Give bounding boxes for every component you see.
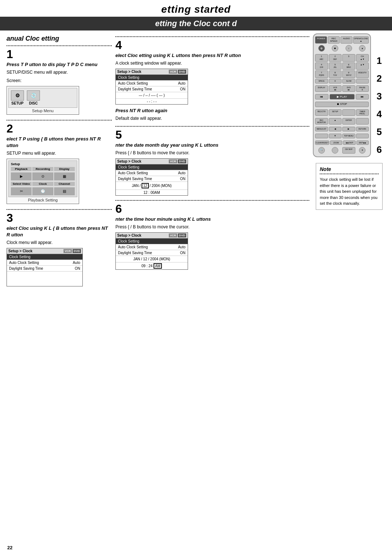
step-num-4: 4: [377, 109, 382, 120]
step-4b-instruction: Press NT R utton again: [115, 107, 309, 114]
timer-prog-btn[interactable]: TIMER PROG.: [356, 109, 369, 116]
blank3: [356, 118, 369, 125]
clock-row-1: Clock Setting: [7, 254, 82, 260]
skip-back-btn[interactable]: ◀◀ SKIP: [343, 140, 355, 145]
btn-ch2[interactable]: ▲▼: [356, 62, 369, 70]
clock-time-5: 12 : 00AM: [116, 190, 188, 195]
btn-5[interactable]: 5JKL: [329, 62, 342, 70]
stop-btn[interactable]: ⏹ STOP: [315, 102, 369, 107]
setup-icon: ⚙ SETUP: [11, 90, 24, 105]
left-column: anual Cloc etting 1 Press T P utton to d…: [7, 33, 112, 292]
btn-slow[interactable]: SLOW: [342, 79, 355, 83]
step-6-text: Press { / B buttons to move the cursor.: [115, 224, 309, 230]
step-num-3: 3: [377, 91, 382, 102]
step-5-instruction: nter the date month day year using K L u…: [115, 142, 309, 148]
step-1-text2: Screen:: [7, 78, 112, 84]
playback-screen: Setup Playback Recording Display ▶ ⊙ ▦ S…: [7, 159, 79, 204]
nav-left-btn[interactable]: ◀: [329, 127, 342, 131]
clock-date-5: JAN / 12 / 2004 (MON): [116, 182, 188, 190]
page-title: etting started: [161, 4, 230, 15]
btn-4[interactable]: 4GHI: [315, 62, 328, 70]
btn-video[interactable]: VIDEO/TV: [356, 70, 369, 78]
step-1-text1: SETUP/DISC menu will appear.: [7, 69, 112, 76]
setup-btn[interactable]: SETUP: [329, 109, 342, 116]
btn-blank: [356, 79, 369, 83]
nav-up-btn[interactable]: ▲: [329, 118, 342, 125]
step-2-text: SETUP menu will appear.: [7, 150, 112, 156]
btn-space[interactable]: SPACE: [315, 79, 328, 83]
step-num-6: 6: [377, 144, 382, 155]
audio-circle-btn[interactable]: ♪: [346, 45, 352, 52]
btn-2[interactable]: 2DEF: [329, 54, 342, 61]
setup-screen-caption: Setup Menu: [8, 109, 77, 113]
setup-disc-screen: ⚙ SETUP 💿 DISC Setup Menu: [7, 86, 79, 115]
step-4-text: A clock setting window will appear.: [115, 60, 309, 66]
btn-1[interactable]: 1ABC: [315, 54, 328, 61]
step-num-2: 2: [377, 73, 382, 84]
rewind-btn[interactable]: ⏮: [315, 94, 328, 100]
power-circle-btn[interactable]: ⏻: [318, 45, 325, 52]
cm-skip-btn[interactable]: CM SKIP: [342, 147, 355, 154]
pause-btn[interactable]: PAUSE⏸: [356, 85, 369, 92]
zoom-btn[interactable]: ZOOM: [330, 140, 342, 145]
vcr-btn[interactable]: VCR⏭: [329, 85, 342, 92]
top-menu-btn[interactable]: TOP MENU: [342, 134, 355, 138]
page-number: 22: [7, 545, 12, 550]
clock-date-dashes: --- / -- / ---- ( --- ): [116, 92, 188, 99]
ffwd-btn[interactable]: ⏭: [356, 94, 369, 100]
btn-ch[interactable]: CH▲▼: [356, 54, 369, 61]
display-btn[interactable]: DISPLAY: [315, 85, 328, 92]
remote-control: POWER REC SPEED AUDIO OPEN/CLOSE ▲ ⏻ ⏺ ♪…: [313, 33, 371, 157]
note-text: Your clock setting will be lost if eithe…: [320, 176, 379, 207]
step-2-instruction: elect T P using { B uttons then press NT…: [7, 136, 112, 149]
step-2-block: 2 elect T P using { B uttons then press …: [7, 123, 112, 204]
page-header: etting started: [0, 0, 392, 17]
end-btn[interactable]: ●: [359, 147, 366, 154]
rec-speed-btn[interactable]: REC SPEED: [328, 36, 340, 44]
blank4: [315, 134, 328, 138]
clear-reset-btn[interactable]: CLEAR/RESET: [315, 140, 329, 145]
open-close-btn[interactable]: OPEN/CLOSE ▲: [353, 36, 369, 44]
rec-ctr-btn[interactable]: REC/CTR: [315, 109, 328, 116]
play-btn[interactable]: ▶ PLAY: [330, 94, 355, 100]
step-3-text: Clock menu will appear.: [7, 240, 112, 246]
note-box: Note Your clock setting will be lost if …: [316, 163, 383, 210]
step-num-5: 5: [377, 126, 382, 138]
menu-list-btn[interactable]: MENU/LIST: [315, 127, 328, 131]
step-5-text: Press { / B buttons to move the cursor.: [115, 150, 309, 156]
clock-row-2: Auto Clock Setting Auto: [7, 260, 82, 266]
step-4-number: 4: [115, 39, 309, 51]
btn-3[interactable]: 3: [342, 54, 355, 61]
step-6-number: 6: [115, 203, 309, 215]
step-3-number: 3: [7, 212, 112, 224]
clock-time-6: 09 : 24 AM: [116, 262, 188, 269]
rec-monitor-btn[interactable]: REC MONITOR: [315, 118, 328, 125]
power-btn[interactable]: POWER: [315, 36, 327, 44]
audio-btn[interactable]: AUDIO: [340, 36, 352, 44]
nav-right-btn[interactable]: ▶: [342, 127, 355, 131]
nav-down-btn[interactable]: ▼: [329, 134, 342, 138]
btn-6[interactable]: 6MNO: [342, 62, 355, 70]
step-4-block: 4 elect Cloc etting using K L uttons the…: [115, 39, 309, 122]
step-5-number: 5: [115, 129, 309, 140]
rec-btn[interactable]: ⏺: [332, 45, 338, 52]
enter-btn[interactable]: ENTER: [342, 118, 355, 125]
blank2: [342, 109, 355, 116]
clock-screen-5: Setup > Clock VCR DVD Clock Setting Auto…: [115, 158, 188, 196]
dvd-btn[interactable]: DVD⏭: [342, 85, 355, 92]
clock-screen-6: Setup > Clock VCR DVD Clock Setting Auto…: [115, 232, 188, 270]
step-4-instruction: elect Cloc etting using K L uttons then …: [115, 52, 309, 59]
btn-7[interactable]: 7PQRS: [315, 70, 328, 78]
btn-9[interactable]: 9WXYZ: [342, 70, 355, 78]
btn-8[interactable]: 8TUV: [329, 70, 342, 78]
return-btn[interactable]: RETURN: [356, 127, 369, 131]
eject-btn[interactable]: ▲: [359, 45, 366, 52]
step-1-number: 1: [7, 48, 112, 60]
right-column: POWER REC SPEED AUDIO OPEN/CLOSE ▲ ⏻ ⏺ ♪…: [313, 33, 385, 292]
blank5: [356, 134, 369, 138]
btn-0[interactable]: 0: [329, 79, 342, 83]
note-title: Note: [320, 166, 379, 172]
playback-caption: Playback Setting: [8, 198, 77, 202]
skip-fwd-btn[interactable]: SKIP ▶▶: [356, 140, 369, 145]
search-btn[interactable]: 🔍: [318, 147, 325, 154]
